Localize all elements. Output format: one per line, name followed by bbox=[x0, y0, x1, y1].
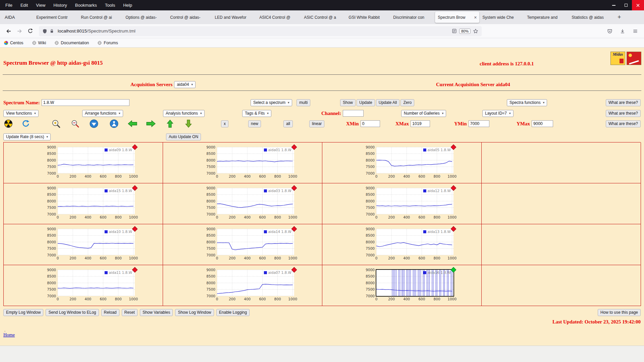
what-are-these-button-3[interactable]: What are these? bbox=[606, 120, 641, 127]
browser-tab[interactable]: ASIC4 Control @ bbox=[257, 12, 301, 23]
bookmark-documentation[interactable]: Documentation bbox=[55, 41, 89, 45]
multi-button[interactable]: multi bbox=[297, 99, 310, 106]
ymin-input[interactable] bbox=[469, 120, 489, 127]
layout-id-dropdown[interactable]: Layout ID=7▾ bbox=[482, 110, 514, 117]
menu-view[interactable]: View bbox=[32, 0, 49, 10]
spectrum-chart[interactable]: 7000750080008500900002004006008001000aid… bbox=[39, 185, 146, 222]
spectrum-chart[interactable]: 7000750080008500900002004006008001000aid… bbox=[198, 226, 306, 263]
tab-close-icon[interactable]: × bbox=[474, 15, 477, 20]
home-link[interactable]: Home bbox=[3, 333, 15, 338]
midas-logo[interactable]: Midas bbox=[610, 52, 625, 65]
menu-hamburger-icon[interactable] bbox=[630, 26, 641, 36]
analysis-functions-dropdown[interactable]: Analysis functions▾ bbox=[163, 110, 205, 117]
what-are-these-button-2[interactable]: What are these? bbox=[606, 110, 641, 117]
x-button[interactable]: x bbox=[221, 120, 228, 127]
bookmark-centos[interactable]: Centos bbox=[4, 41, 23, 45]
number-of-galleries-dropdown[interactable]: Number of Galleries▾ bbox=[401, 110, 446, 117]
close-button[interactable] bbox=[632, 0, 644, 10]
reset-button[interactable]: Reset bbox=[122, 309, 138, 316]
spectrum-name-input[interactable] bbox=[42, 99, 129, 106]
green-arrow-up-icon[interactable] bbox=[166, 118, 174, 129]
green-arrow-right-icon[interactable] bbox=[146, 118, 156, 129]
downloads-icon[interactable] bbox=[617, 26, 628, 36]
spectrum-chart[interactable]: 7000750080008500900002004006008001000aid… bbox=[39, 226, 146, 263]
back-button[interactable] bbox=[3, 26, 14, 36]
show-variables-button[interactable]: Show Variables bbox=[140, 309, 173, 316]
browser-tab[interactable]: Temperature and bbox=[524, 12, 569, 23]
pocket-icon[interactable] bbox=[604, 26, 615, 36]
update-button[interactable]: Update bbox=[357, 99, 375, 106]
spectrum-chart[interactable]: 7000750080008500900002004006008001000aid… bbox=[358, 185, 465, 222]
update-all-button[interactable]: Update All bbox=[376, 99, 400, 106]
partner-logo[interactable] bbox=[627, 52, 641, 65]
show-log-window-button[interactable]: Show Log Window bbox=[175, 309, 214, 316]
arrange-functions-dropdown[interactable]: Arrange functions▾ bbox=[82, 110, 123, 117]
green-arrow-down-icon[interactable] bbox=[185, 118, 192, 129]
browser-tab[interactable]: Discriminator con bbox=[390, 12, 435, 23]
menu-tools[interactable]: Tools bbox=[101, 0, 119, 10]
browser-tab[interactable]: System wide Che bbox=[480, 12, 524, 23]
minimize-button[interactable] bbox=[608, 0, 620, 10]
spectrum-chart[interactable]: 7000750080008500900002004006008001000aid… bbox=[358, 266, 465, 304]
new-button[interactable]: new bbox=[248, 120, 261, 127]
browser-tab[interactable]: Options @ aidas- bbox=[123, 12, 167, 23]
spectra-functions-dropdown[interactable]: Spectra functions ▾ bbox=[507, 99, 547, 106]
xmin-input[interactable] bbox=[361, 120, 380, 127]
shield-icon[interactable] bbox=[42, 28, 47, 34]
browser-tab[interactable]: Control @ aidas- bbox=[167, 12, 212, 23]
bookmark-wiki[interactable]: Wiki bbox=[32, 41, 46, 45]
browser-tab[interactable]: ASIC Control @ a bbox=[301, 12, 345, 23]
what-are-these-button-1[interactable]: What are these? bbox=[606, 99, 641, 106]
menu-bookmarks[interactable]: Bookmarks bbox=[71, 0, 101, 10]
channel-input[interactable] bbox=[343, 110, 364, 117]
spectrum-chart[interactable]: 7000750080008500900002004006008001000aid… bbox=[358, 144, 465, 181]
browser-tab[interactable]: Experiment Contr bbox=[34, 12, 78, 23]
bookmark-forums[interactable]: Forums bbox=[98, 41, 118, 45]
browser-tab[interactable]: LED and Wavefor bbox=[212, 12, 256, 23]
browser-tab[interactable]: Statistics @ aidas bbox=[569, 12, 613, 23]
new-tab-button[interactable]: + bbox=[614, 13, 624, 22]
view-functions-dropdown[interactable]: View functions▾ bbox=[3, 110, 39, 117]
scroll-down-icon[interactable] bbox=[90, 118, 98, 129]
tags-fits-dropdown[interactable]: Tags & Fits▾ bbox=[242, 110, 271, 117]
auto-update-button[interactable]: Auto Update ON bbox=[166, 133, 201, 140]
reload-button[interactable]: Reload bbox=[101, 309, 119, 316]
spectrum-chart[interactable]: 7000750080008500900002004006008001000aid… bbox=[39, 266, 146, 304]
radiation-icon[interactable] bbox=[4, 118, 13, 129]
update-rate-dropdown[interactable]: Update Rate (8 secs)▾ bbox=[3, 133, 51, 140]
url-bar[interactable]: localhost:8015/Spectrum/Spectrum.tml 80% bbox=[39, 26, 482, 36]
spectrum-chart[interactable]: 7000750080008500900002004006008001000aid… bbox=[198, 144, 306, 181]
spectrum-chart[interactable]: 7000750080008500900002004006008001000aid… bbox=[39, 144, 146, 181]
browser-tab[interactable]: GSI White Rabbit bbox=[346, 12, 390, 23]
reload-button[interactable] bbox=[25, 26, 36, 36]
show-button[interactable]: Show bbox=[340, 99, 356, 106]
enable-logging-button[interactable]: Enable Logging bbox=[216, 309, 250, 316]
zoom-in-icon[interactable] bbox=[51, 118, 61, 129]
xmax-input[interactable] bbox=[411, 120, 430, 127]
bookmark-star-icon[interactable] bbox=[473, 28, 478, 34]
spectrum-chart[interactable]: 7000750080008500900002004006008001000aid… bbox=[358, 226, 465, 263]
refresh-icon[interactable] bbox=[21, 118, 30, 129]
zero-button[interactable]: Zero bbox=[400, 99, 414, 106]
zoom-level-badge[interactable]: 80% bbox=[459, 28, 471, 34]
ymax-input[interactable] bbox=[532, 120, 553, 127]
browser-tab-active[interactable]: Spectrum Brow× bbox=[435, 12, 479, 23]
reader-mode-icon[interactable] bbox=[452, 28, 457, 34]
maximize-button[interactable] bbox=[620, 0, 632, 10]
menu-file[interactable]: File bbox=[1, 0, 16, 10]
forward-button[interactable] bbox=[14, 26, 25, 36]
spectrum-chart[interactable]: 7000750080008500900002004006008001000aid… bbox=[198, 185, 306, 222]
green-arrow-left-icon[interactable] bbox=[127, 118, 138, 129]
menu-history[interactable]: History bbox=[49, 0, 71, 10]
lock-icon[interactable] bbox=[50, 28, 54, 34]
person-icon[interactable] bbox=[110, 118, 118, 129]
zoom-out-icon[interactable] bbox=[71, 118, 79, 129]
send-log-window-to-elog-button[interactable]: Send Log Window to ELog bbox=[46, 309, 99, 316]
select-spectrum-dropdown[interactable]: Select a spectrum ▾ bbox=[251, 99, 292, 106]
menu-edit[interactable]: Edit bbox=[16, 0, 32, 10]
menu-help[interactable]: Help bbox=[119, 0, 136, 10]
linear-button[interactable]: linear bbox=[309, 120, 324, 127]
how-to-use-button[interactable]: How to use this page bbox=[598, 309, 641, 316]
spectrum-chart[interactable]: 7000750080008500900002004006008001000aid… bbox=[198, 266, 306, 304]
all-button[interactable]: all bbox=[283, 120, 293, 127]
